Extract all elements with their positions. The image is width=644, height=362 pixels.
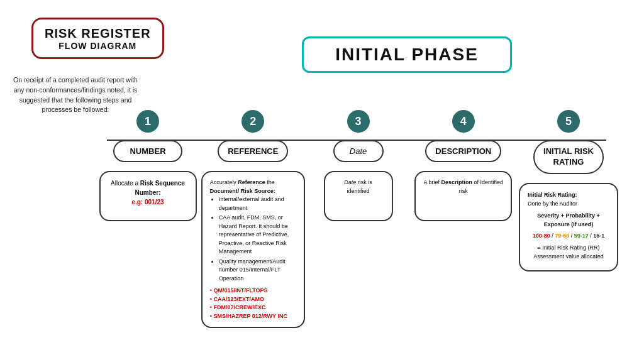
step-1-number: 1	[136, 110, 159, 133]
step-3-content: Date risk is identified	[324, 171, 393, 221]
step-5-result: = Initial Risk Rating (RR)Assessment val…	[528, 243, 609, 261]
step-2-list: Internal/external audit and department C…	[210, 195, 296, 283]
step-2-item-1: Internal/external audit and department	[219, 195, 296, 212]
step-2-examples: • QM/015/INT/FLTOPS • CAA/123/EXT/AMO • …	[210, 287, 296, 321]
step-5-content: Initial Risk Rating:Done by the Auditor …	[519, 183, 618, 272]
step-3-number: 3	[347, 110, 370, 133]
step-5-section-1: Initial Risk Rating:Done by the Auditor	[528, 190, 609, 209]
step-2-item-2: CAA audit, FDM, SMS, or Hazard Report. I…	[219, 214, 296, 256]
step-3-text: Date risk is identified	[333, 178, 384, 195]
step-5-irr-label: Initial Risk Rating:Done by the Auditor	[528, 190, 609, 209]
step-5-col: 5 INITIAL RISKRATING Initial Risk Rating…	[518, 110, 619, 272]
step-4-content: A brief Description of Identified risk	[414, 171, 512, 221]
step-3-col: 3 Date Date risk is identified	[308, 110, 409, 221]
step-1-label: NUMBER	[113, 140, 182, 162]
logo-title: RISK REGISTER	[45, 26, 151, 41]
step-5-number: 5	[557, 110, 580, 133]
step-1-content: Allocate a Risk Sequence Number: e.g: 00…	[99, 171, 197, 221]
step-5-section-4: = Initial Risk Rating (RR)Assessment val…	[528, 243, 609, 261]
step-5-section-2: Severity + Probability +Exposure (If use…	[528, 211, 609, 229]
step-2-label: REFERENCE	[218, 140, 288, 162]
step-5-ranges: 100-80 / 79-60 / 59-17 / 16-1	[528, 231, 609, 240]
logo-box: RISK REGISTER FLOW DIAGRAM	[31, 18, 164, 59]
initial-phase-label: INITIAL PHASE	[302, 36, 512, 73]
step-2-number: 2	[242, 110, 264, 133]
step-5-formula: Severity + Probability +Exposure (If use…	[528, 211, 609, 229]
step-5-section-3: 100-80 / 79-60 / 59-17 / 16-1	[528, 231, 609, 240]
intro-text: On receipt of a completed audit report w…	[13, 75, 138, 115]
step-4-label: DESCRIPTION	[425, 140, 501, 162]
step-2-content: Accurately Reference the Document/ Risk …	[201, 171, 305, 328]
steps-row: 1 NUMBER Allocate a Risk Sequence Number…	[97, 110, 619, 328]
step-5-label: INITIAL RISKRATING	[533, 140, 604, 174]
step-4-text: A brief Description of Identified risk	[423, 178, 503, 195]
step-2-heading: Accurately Reference the Document/ Risk …	[210, 178, 296, 195]
step-1-text: Allocate a Risk Sequence Number: e.g: 00…	[111, 180, 185, 206]
step-2-item-3: Quality management/Audit number 015/Inte…	[219, 258, 296, 283]
step-1-col: 1 NUMBER Allocate a Risk Sequence Number…	[97, 110, 198, 221]
step-4-col: 4 DESCRIPTION A brief Description of Ide…	[413, 110, 514, 221]
initial-phase-banner: INITIAL PHASE	[201, 36, 613, 73]
logo-subtitle: FLOW DIAGRAM	[45, 41, 151, 51]
step-4-number: 4	[452, 110, 475, 133]
step-3-label: Date	[333, 140, 384, 162]
step-2-col: 2 REFERENCE Accurately Reference the Doc…	[203, 110, 303, 328]
